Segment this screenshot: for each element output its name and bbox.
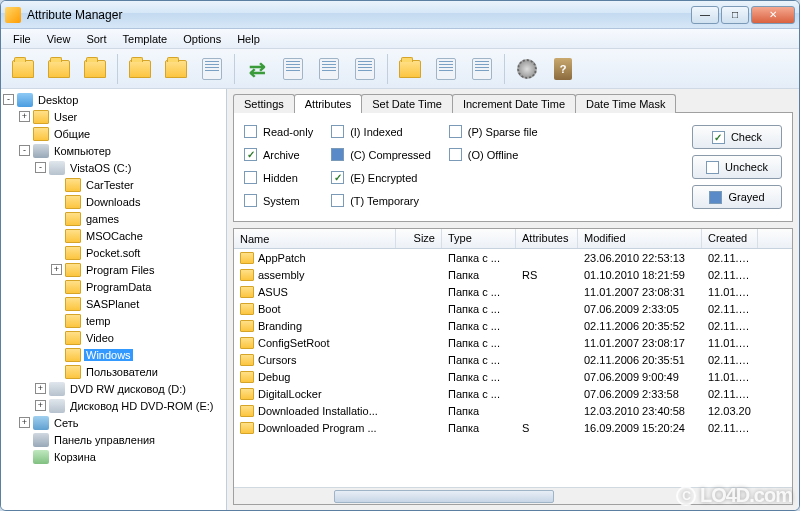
list-row[interactable]: ConfigSetRootПапка с ...11.01.2007 23:08… — [234, 334, 792, 351]
maximize-button[interactable]: □ — [721, 6, 749, 24]
tree-node[interactable]: +DVD RW дисковод (D:) — [3, 380, 224, 397]
close-button[interactable]: ✕ — [751, 6, 795, 24]
new-folder-button[interactable] — [7, 53, 39, 85]
list-row[interactable]: ASUSПапка с ...11.01.2007 23:08:3111.01.… — [234, 283, 792, 300]
cell-name: ConfigSetRoot — [258, 337, 330, 349]
menu-view[interactable]: View — [39, 31, 79, 47]
tree-label: Video — [84, 332, 116, 344]
tree-toggle[interactable]: - — [19, 145, 30, 156]
check-button[interactable]: Check — [692, 125, 782, 149]
tree-node[interactable]: ProgramData — [3, 278, 224, 295]
tree-node[interactable]: +User — [3, 108, 224, 125]
menu-sort[interactable]: Sort — [78, 31, 114, 47]
grayed-button[interactable]: Grayed — [692, 185, 782, 209]
paste-button[interactable] — [313, 53, 345, 85]
list-row[interactable]: DebugПапка с ...07.06.2009 9:00:4911.01.… — [234, 368, 792, 385]
options-button[interactable] — [511, 53, 543, 85]
minimize-button[interactable]: — — [691, 6, 719, 24]
attr--e-encrypted[interactable]: (E) Encrypted — [331, 171, 431, 184]
tree-label: Пользователи — [84, 366, 160, 378]
tab-set-date-time[interactable]: Set Date Time — [361, 94, 453, 113]
tree-node[interactable]: Пользователи — [3, 363, 224, 380]
list-body[interactable]: AppPatchПапка с ...23.06.2010 22:53:1302… — [234, 249, 792, 487]
sync-button[interactable]: ⇄ — [241, 53, 273, 85]
tree-toggle[interactable]: + — [35, 383, 46, 394]
attr--o-offline[interactable]: (O) Offline — [449, 148, 538, 161]
list-row[interactable]: Downloaded Installatio...Папка12.03.2010… — [234, 402, 792, 419]
tree-node[interactable]: temp — [3, 312, 224, 329]
menu-help[interactable]: Help — [229, 31, 268, 47]
attr--c-compressed[interactable]: (C) Compressed — [331, 148, 431, 161]
tree-node[interactable]: CarTester — [3, 176, 224, 193]
tree-node[interactable]: Панель управления — [3, 431, 224, 448]
list-row[interactable]: assemblyПапкаRS01.10.2010 18:21:5902.11.… — [234, 266, 792, 283]
tree-node[interactable]: Video — [3, 329, 224, 346]
tree-node[interactable]: Общие — [3, 125, 224, 142]
attr-system[interactable]: System — [244, 194, 313, 207]
list-row[interactable]: DigitalLockerПапка с ...07.06.2009 2:33:… — [234, 385, 792, 402]
tree-node[interactable]: -Компьютер — [3, 142, 224, 159]
list-row[interactable]: BootПапка с ...07.06.2009 2:33:0502.11.2… — [234, 300, 792, 317]
tab-settings[interactable]: Settings — [233, 94, 295, 113]
attr--t-temporary[interactable]: (T) Temporary — [331, 194, 431, 207]
tab-date-time-mask[interactable]: Date Time Mask — [575, 94, 676, 113]
folder-tree[interactable]: -Desktop+UserОбщие-Компьютер-VistaOS (C:… — [1, 89, 227, 511]
list-row[interactable]: BrandingПапка с ...02.11.2006 20:35:5202… — [234, 317, 792, 334]
attr-archive[interactable]: Archive — [244, 148, 313, 161]
tree-toggle[interactable]: + — [35, 400, 46, 411]
drive-icon — [49, 382, 65, 396]
tree-node[interactable]: Windows — [3, 346, 224, 363]
col-created[interactable]: Created — [702, 229, 758, 248]
list-row[interactable]: AppPatchПапка с ...23.06.2010 22:53:1302… — [234, 249, 792, 266]
save-as-button[interactable] — [466, 53, 498, 85]
tree-node[interactable]: -VistaOS (C:) — [3, 159, 224, 176]
col-attributes[interactable]: Attributes — [516, 229, 578, 248]
menu-file[interactable]: File — [5, 31, 39, 47]
col-name[interactable]: Name — [234, 229, 396, 248]
copy-button[interactable] — [277, 53, 309, 85]
tree-toggle — [19, 434, 30, 445]
tree-node[interactable]: +Дисковод HD DVD-ROM (E:) — [3, 397, 224, 414]
folder-home-button[interactable] — [79, 53, 111, 85]
tree-node[interactable]: Корзина — [3, 448, 224, 465]
list-row[interactable]: Downloaded Program ...ПапкаS16.09.2009 1… — [234, 419, 792, 436]
tree-node[interactable]: Downloads — [3, 193, 224, 210]
col-type[interactable]: Type — [442, 229, 516, 248]
up-folder-button[interactable] — [160, 53, 192, 85]
tree-toggle[interactable]: + — [19, 417, 30, 428]
list-row[interactable]: CursorsПапка с ...02.11.2006 20:35:5102.… — [234, 351, 792, 368]
col-size[interactable]: Size — [396, 229, 442, 248]
tree-toggle — [51, 332, 62, 343]
tree-node[interactable]: MSOCache — [3, 227, 224, 244]
tree-node[interactable]: SASPlanet — [3, 295, 224, 312]
tree-toggle[interactable]: - — [35, 162, 46, 173]
tree-node[interactable]: games — [3, 210, 224, 227]
templates-button[interactable] — [349, 53, 381, 85]
tree-toggle[interactable]: + — [51, 264, 62, 275]
tree-node[interactable]: +Сеть — [3, 414, 224, 431]
tree-node[interactable]: Pocket.soft — [3, 244, 224, 261]
open-folder-button[interactable] — [43, 53, 75, 85]
tree-label: MSOCache — [84, 230, 145, 242]
tree-toggle[interactable]: + — [19, 111, 30, 122]
notes-button[interactable] — [196, 53, 228, 85]
tree-node[interactable]: +Program Files — [3, 261, 224, 278]
cell-mod: 07.06.2009 2:33:58 — [578, 388, 702, 400]
help-button[interactable]: ? — [547, 53, 579, 85]
attr--i-indexed[interactable]: (I) Indexed — [331, 125, 431, 138]
tree-toggle[interactable]: - — [3, 94, 14, 105]
menu-template[interactable]: Template — [115, 31, 176, 47]
uncheck-button[interactable]: Uncheck — [692, 155, 782, 179]
scrollbar-thumb[interactable] — [334, 490, 554, 503]
attr-read-only[interactable]: Read-only — [244, 125, 313, 138]
tab-increment-date-time[interactable]: Increment Date Time — [452, 94, 576, 113]
attr--p-sparse-file[interactable]: (P) Sparse file — [449, 125, 538, 138]
refresh-button[interactable] — [124, 53, 156, 85]
attr-hidden[interactable]: Hidden — [244, 171, 313, 184]
menu-options[interactable]: Options — [175, 31, 229, 47]
tree-node[interactable]: -Desktop — [3, 91, 224, 108]
browse-button[interactable] — [394, 53, 426, 85]
tab-attributes[interactable]: Attributes — [294, 94, 362, 113]
save-button[interactable] — [430, 53, 462, 85]
col-modified[interactable]: Modified — [578, 229, 702, 248]
